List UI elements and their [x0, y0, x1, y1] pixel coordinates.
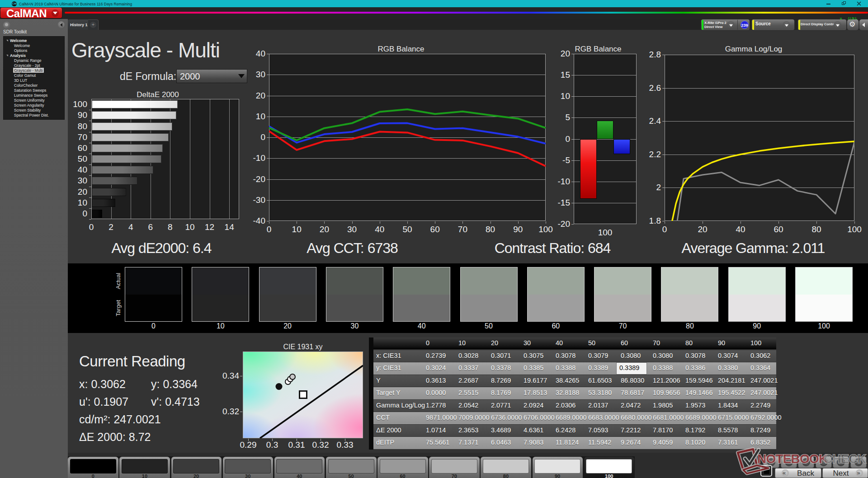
svg-text:NOTEBOOK: NOTEBOOK	[757, 452, 828, 466]
svg-text:CHECK: CHECK	[824, 452, 867, 466]
